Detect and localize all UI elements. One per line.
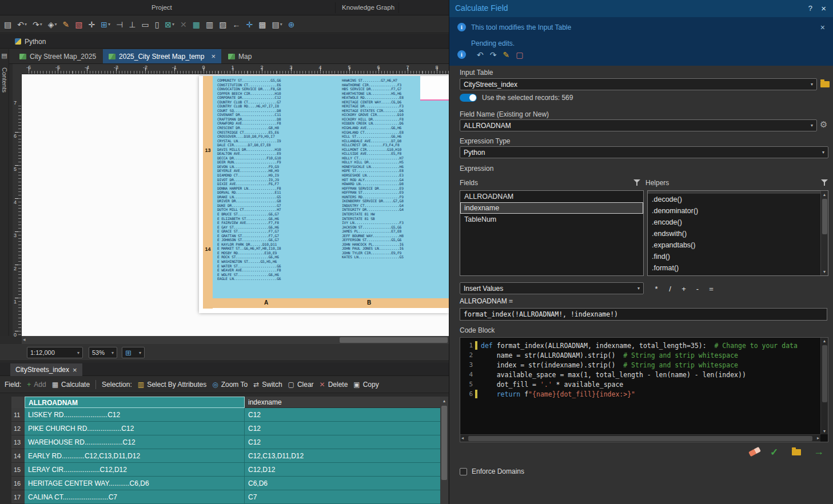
gear-icon[interactable]: ⚙ xyxy=(820,119,827,130)
back-icon[interactable]: ← xyxy=(231,18,242,31)
code-horizontal-scrollbar[interactable]: ◂ ▸ xyxy=(460,434,820,442)
column-header-allroadnam[interactable]: ALLROADNAM xyxy=(25,397,245,408)
copy-rows-icon[interactable]: ▥ xyxy=(204,18,215,31)
switch-button[interactable]: ⇄Switch xyxy=(253,381,282,389)
export-map-icon[interactable]: ▩ xyxy=(257,18,268,31)
discard-edits-icon[interactable]: ▢ xyxy=(516,50,523,59)
extent-icon[interactable]: ▭ xyxy=(140,18,150,31)
view-tab[interactable]: City Street Map_2025 xyxy=(14,49,102,63)
browse-folder-icon[interactable] xyxy=(820,81,830,87)
grid-select[interactable]: ⊞ ▾ xyxy=(122,347,145,358)
explore-tool-icon[interactable]: ◈▾ xyxy=(46,18,59,31)
zoom-to-button[interactable]: ◎Zoom To xyxy=(212,381,248,389)
table-row[interactable]: 14EARLY RD............C12,C13,D11,D12C12… xyxy=(11,449,440,463)
add-field-button[interactable]: +Add xyxy=(27,381,46,389)
table-row[interactable]: 13WAREHOUSE RD....................C12C12 xyxy=(11,435,440,449)
filter-helpers-icon[interactable] xyxy=(821,179,828,186)
delete-button[interactable]: ✕Delete xyxy=(320,381,348,389)
copy-button[interactable]: ▣Copy xyxy=(353,381,378,389)
column-header-indexname[interactable]: indexname xyxy=(245,397,440,408)
layout-icon[interactable]: ▤▾ xyxy=(270,18,284,31)
table-row[interactable]: 17CALINA CT........................C7C7 xyxy=(11,490,440,504)
insert-values-select[interactable]: Insert Values ▾ xyxy=(460,282,644,294)
close-icon[interactable]: × xyxy=(821,3,826,13)
clear-button[interactable]: ▢Clear xyxy=(288,381,314,389)
discard-edits-icon[interactable]: ▧ xyxy=(73,18,84,31)
helper-item[interactable]: .encode() xyxy=(648,217,828,228)
redo-icon[interactable]: ↷▾ xyxy=(31,18,44,31)
move-tool-icon[interactable]: ✛ xyxy=(87,18,97,31)
helper-item[interactable]: .denominator() xyxy=(648,205,828,217)
verify-check-icon[interactable]: ✓ xyxy=(770,446,778,458)
table-vertical-scrollbar[interactable]: ▴ xyxy=(440,397,448,504)
table-row[interactable]: 15LERAY CIR...................C12,D12C12… xyxy=(11,463,440,477)
contents-panel-tab[interactable]: Contents xyxy=(1,67,8,93)
view-tab[interactable]: 2025_City Street Map_temp× xyxy=(103,49,221,63)
dismiss-banner-icon[interactable]: × xyxy=(820,23,825,32)
scroll-right-icon[interactable]: ▸ xyxy=(817,435,819,441)
undo-edit-icon[interactable]: ↶ xyxy=(477,50,484,59)
scroll-left-icon[interactable]: ◂ xyxy=(23,337,26,342)
operator-button[interactable]: + xyxy=(677,285,691,293)
map-horizontal-scrollbar[interactable]: ◂ xyxy=(22,336,449,344)
expression-type-select[interactable]: Python ▾ xyxy=(460,146,828,158)
scrollbar-thumb[interactable] xyxy=(822,345,827,402)
eraser-icon[interactable] xyxy=(748,447,761,457)
create-features-icon[interactable]: ⊞▾ xyxy=(99,18,112,31)
close-tab-icon[interactable]: × xyxy=(211,52,216,61)
scrollbar-thumb[interactable] xyxy=(340,337,448,343)
calculate-button[interactable]: ▦Calculate xyxy=(52,381,90,389)
operator-button[interactable]: * xyxy=(649,285,663,293)
helpers-scrollbar[interactable]: ▴ ▾ xyxy=(820,191,828,275)
use-selected-records-toggle[interactable] xyxy=(460,94,477,102)
operator-button[interactable]: / xyxy=(663,285,677,293)
scrollbar-thumb[interactable] xyxy=(822,199,827,234)
undo-icon[interactable]: ↶▾ xyxy=(15,18,29,31)
select-by-attributes-button[interactable]: ▥Select By Attributes xyxy=(138,381,206,389)
copy-path-icon[interactable]: ▨ xyxy=(217,18,228,31)
scroll-up-icon[interactable]: ▴ xyxy=(440,397,448,403)
expression-input[interactable]: format_index(!ALLROADNAM!, !indexname!) xyxy=(460,308,827,321)
scroll-down-icon[interactable]: ▾ xyxy=(821,429,828,434)
paste-icon[interactable]: ▤ xyxy=(2,18,13,31)
scrollbar-thumb[interactable] xyxy=(468,436,812,441)
helper-item[interactable]: .decode() xyxy=(648,194,828,205)
save-edits-icon[interactable]: ✎ xyxy=(61,18,71,31)
tab-citystreets-index[interactable]: CityStreets_index × xyxy=(10,363,82,376)
input-table-select[interactable]: CityStreets_index ▾ xyxy=(460,78,817,90)
table-row[interactable]: 11LISKEY RD.......................C12C12 xyxy=(11,408,440,422)
scroll-down-icon[interactable]: ▾ xyxy=(821,269,828,274)
save-edits-icon[interactable]: ✎ xyxy=(503,50,509,59)
field-item[interactable]: indexname xyxy=(460,202,643,214)
measure-tool-icon[interactable]: ⊠▾ xyxy=(163,18,176,31)
operator-button[interactable]: - xyxy=(691,285,704,293)
operator-button[interactable]: = xyxy=(704,285,718,293)
snap-vertex-icon[interactable]: ⊥ xyxy=(127,18,137,31)
helper-item[interactable]: .expandtabs() xyxy=(648,239,828,251)
scroll-left-icon[interactable]: ◂ xyxy=(461,435,464,441)
enforce-domains-checkbox[interactable] xyxy=(460,468,467,475)
close-icon[interactable]: × xyxy=(73,366,77,374)
clip-icon[interactable]: ▯ xyxy=(153,18,161,31)
map-view[interactable]: 13 14 COMMUNITY ST..............G5,G6CON… xyxy=(22,74,449,336)
table-row[interactable]: 12PIKE CHURCH RD..................C12C12 xyxy=(11,422,440,435)
select-all-corner[interactable] xyxy=(11,397,25,408)
scroll-up-icon[interactable]: ▴ xyxy=(821,338,828,343)
scroll-up-icon[interactable]: ▴ xyxy=(821,192,828,197)
helper-item[interactable]: .endswith() xyxy=(648,228,828,239)
scrollbar-thumb[interactable] xyxy=(441,406,447,480)
map-scale-select[interactable]: 1:12,000 ▾ xyxy=(27,347,83,358)
zoom-in-icon[interactable]: ⊕ xyxy=(286,18,297,31)
cancel-icon[interactable]: ✕ xyxy=(178,18,189,31)
attribute-table-icon[interactable]: ▦ xyxy=(191,18,202,31)
field-name-select[interactable]: ALLROADNAM ▾ xyxy=(460,119,817,131)
pan-icon[interactable]: ✛ xyxy=(245,18,255,31)
snap-edge-icon[interactable]: ⊣ xyxy=(114,18,125,31)
helper-item[interactable]: .find() xyxy=(648,251,828,262)
code-block-editor[interactable]: 1def format_index(ALLROADNAM, indexname,… xyxy=(460,337,828,442)
filter-fields-icon[interactable] xyxy=(633,179,640,186)
view-tab[interactable]: Map xyxy=(222,49,257,63)
zoom-percent-select[interactable]: 53% ▾ xyxy=(89,347,117,358)
helper-item[interactable]: .format() xyxy=(648,262,828,274)
project-pane-icon[interactable]: ▤ xyxy=(0,49,9,59)
